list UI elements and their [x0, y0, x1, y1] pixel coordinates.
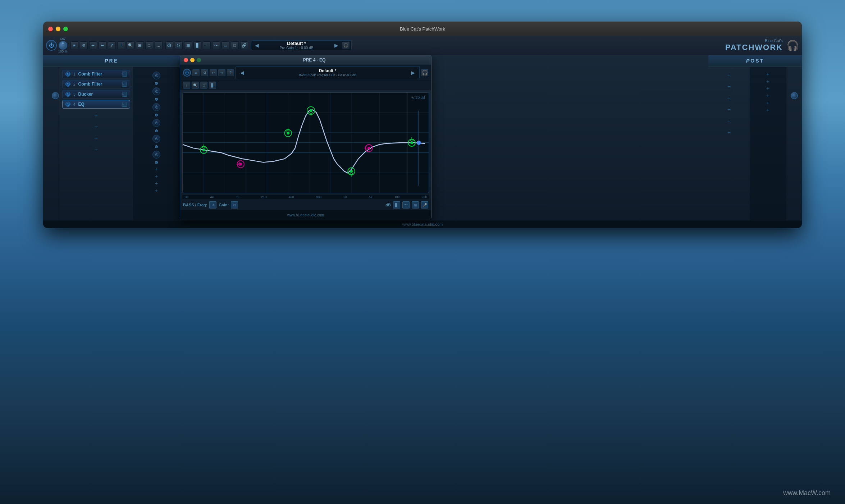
routing-dot-5[interactable] [155, 145, 158, 148]
routing-power-4[interactable]: ⏻ [152, 119, 160, 127]
chain-icon[interactable]: ⛓ [175, 41, 183, 49]
eq-settings-icon[interactable]: ⚙ [201, 69, 208, 76]
grid2-icon[interactable]: ▦ [184, 41, 192, 49]
eq-graph-icon[interactable]: ▊ [209, 82, 216, 89]
eq-headphones-icon[interactable]: 🎧 [421, 69, 428, 76]
chain-1-edit[interactable]: □ [122, 72, 127, 77]
more-icon[interactable]: … [155, 41, 163, 49]
routing-add-3[interactable]: + [155, 180, 158, 186]
help-icon[interactable]: ? [108, 41, 116, 49]
bars-icon[interactable]: ▊ [193, 41, 201, 49]
eq-zoom-icon[interactable]: 🔍 [192, 82, 199, 89]
eq-info-icon[interactable]: i [183, 82, 190, 89]
add-slot-2[interactable]: + [62, 122, 130, 132]
square-icon[interactable]: □ [231, 41, 239, 49]
eq-box-icon[interactable]: □ [200, 82, 207, 89]
routing-add-2[interactable]: + [155, 173, 158, 179]
logo-area: Blue Cat's PATCHWORK 🎧 [725, 38, 799, 52]
post-add-slot-5[interactable]: + [711, 116, 747, 127]
grid-icon[interactable]: ⊞ [136, 41, 144, 49]
routing-dot-1[interactable] [155, 82, 158, 85]
chain-1-power[interactable]: ⏻ [65, 72, 70, 77]
link-icon[interactable]: 🔗 [240, 41, 248, 49]
power-icon[interactable]: ⏻ [165, 41, 173, 49]
routing-dot-4[interactable] [155, 129, 158, 132]
post-add-slot-2[interactable]: + [711, 81, 747, 92]
chain-3-power[interactable]: ⏻ [65, 92, 70, 97]
eq-gain-knob[interactable]: ↺ [231, 201, 238, 209]
redo-icon[interactable]: ↪ [99, 41, 106, 49]
plugin-icon[interactable]: □ [145, 41, 153, 49]
routing-dot-3[interactable] [155, 114, 158, 116]
mix-knob[interactable] [59, 41, 67, 50]
chain-item-1[interactable]: ⏻ 1 Comb Filter □ [62, 70, 130, 78]
post-add-slot-4[interactable]: + [711, 104, 747, 115]
next-preset-button[interactable]: ▶ [332, 42, 341, 48]
undo-icon[interactable]: ↩ [89, 41, 97, 49]
routing-power-3[interactable]: ⏻ [152, 103, 160, 111]
routing-add-4[interactable]: + [155, 188, 158, 193]
eq-freq-knob[interactable]: ↺ [209, 201, 216, 209]
chain-4-edit[interactable]: □ [122, 102, 127, 107]
chain-item-2[interactable]: ⏻ 2 Comb Filter □ [62, 80, 130, 88]
chain-item-2-content: ⏻ 2 Comb Filter □ [65, 82, 127, 87]
eq-redo-icon[interactable]: ↪ [218, 69, 225, 76]
minimize-button[interactable] [56, 27, 60, 31]
eq-spectrum-icon[interactable]: ▊ [393, 201, 400, 209]
post-add-slot-6[interactable]: + [711, 127, 747, 138]
routing-dot-2[interactable] [155, 98, 158, 101]
post-routing-add-6[interactable]: + [766, 107, 769, 113]
chain-4-power[interactable]: ⏻ [65, 102, 70, 107]
add-slot-1[interactable]: + [62, 110, 130, 121]
add-slot-3[interactable]: + [62, 133, 130, 144]
post-routing-add-1[interactable]: + [766, 71, 769, 77]
eq-grid-icon[interactable]: ⊞ [412, 201, 419, 209]
routing-power-1[interactable]: ⏻ [152, 72, 160, 79]
eq-display[interactable]: +/-20 dB [182, 92, 429, 193]
post-routing-add-2[interactable]: + [766, 78, 769, 84]
eq-prev-preset[interactable]: ◀ [238, 70, 246, 75]
pre-left-knob[interactable] [52, 92, 59, 99]
post-routing-add-4[interactable]: + [766, 93, 769, 98]
headphones-icon[interactable]: 🎧 [342, 41, 350, 49]
routing-power-5[interactable]: ⏻ [152, 135, 160, 143]
info-icon[interactable]: i [117, 41, 125, 49]
svg-point-50 [417, 141, 421, 145]
post-add-slot-3[interactable]: + [711, 93, 747, 104]
eq-preset-name: Default * [246, 68, 409, 73]
wave-icon[interactable]: 〜 [212, 41, 220, 49]
eq-power-button[interactable]: ⏻ [183, 69, 191, 77]
eq-menu-icon[interactable]: ≡ [192, 69, 200, 76]
menu-icon[interactable]: ≡ [70, 41, 78, 49]
add-slot-4[interactable]: + [62, 145, 130, 155]
eq-maximize-button[interactable] [197, 58, 201, 62]
routing-power-2[interactable]: ⏻ [152, 87, 160, 95]
eq-help-icon[interactable]: ? [227, 69, 234, 76]
eq-mic-icon[interactable]: 🎤 [421, 201, 428, 209]
dots-icon[interactable]: ⋯ [203, 41, 211, 49]
post-right-knob[interactable] [791, 92, 798, 99]
eq-next-preset[interactable]: ▶ [409, 70, 417, 75]
eq-undo-icon[interactable]: ↩ [210, 69, 217, 76]
chain-3-edit[interactable]: □ [122, 92, 127, 97]
chain-2-power[interactable]: ⏻ [65, 82, 70, 87]
routing-dot-6[interactable] [155, 161, 158, 164]
chain-item-3[interactable]: ⏻ 3 Ducker □ [62, 90, 130, 98]
routing-add-1[interactable]: + [155, 166, 158, 172]
routing-power-6[interactable]: ⏻ [152, 151, 160, 159]
settings-icon[interactable]: ⚙ [80, 41, 88, 49]
eq-close-button[interactable] [184, 58, 188, 62]
eq-minimize-button[interactable] [190, 58, 195, 62]
post-routing-add-3[interactable]: + [766, 86, 769, 91]
chain-2-edit[interactable]: □ [122, 82, 127, 87]
post-add-slot-1[interactable]: + [711, 70, 747, 81]
search-icon[interactable]: 🔍 [127, 41, 134, 49]
maximize-button[interactable] [63, 27, 68, 31]
close-button[interactable] [48, 27, 53, 31]
box-icon[interactable]: ▭ [221, 41, 229, 49]
eq-wave-icon[interactable]: 〜 [402, 201, 410, 209]
main-power-button[interactable]: ⏻ [46, 40, 57, 51]
post-routing-add-5[interactable]: + [766, 100, 769, 106]
chain-item-4[interactable]: ⏻ 4 EQ □ [62, 100, 130, 109]
prev-preset-button[interactable]: ◀ [253, 42, 261, 48]
